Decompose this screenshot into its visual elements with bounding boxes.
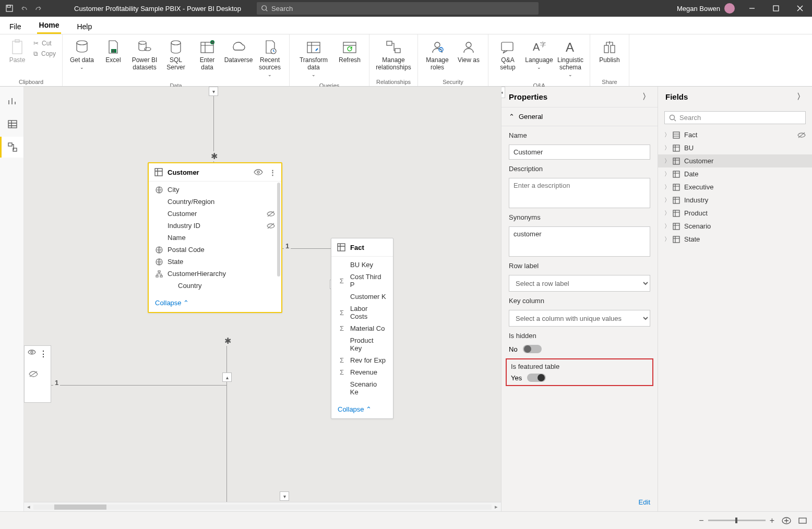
dataverse-button[interactable]: Dataverse xyxy=(223,37,254,66)
more-icon[interactable]: ⋮ xyxy=(39,349,47,359)
zoom-out-icon[interactable]: − xyxy=(699,516,703,525)
row-label-select[interactable]: Select a row label xyxy=(509,275,650,292)
field-name: Industry ID xyxy=(168,222,200,230)
visibility-icon[interactable] xyxy=(28,349,36,359)
menu-file[interactable]: File xyxy=(7,19,23,34)
field-row[interactable]: BU Key xyxy=(331,259,393,271)
more-icon[interactable]: ⋮ xyxy=(269,169,276,176)
linguistic-schema-button[interactable]: ALinguistic schema⌄ xyxy=(555,37,586,79)
synonyms-input[interactable] xyxy=(509,226,650,257)
fields-table-name: Customer xyxy=(684,157,713,165)
field-row[interactable]: Product Key xyxy=(331,334,393,354)
field-row[interactable]: ΣMaterial Co xyxy=(331,322,393,334)
field-row[interactable]: CustomerHierarchy xyxy=(149,268,281,280)
manage-roles-button[interactable]: Manage roles xyxy=(422,37,452,73)
menu-home[interactable]: Home xyxy=(37,18,62,34)
excel-icon: X xyxy=(105,39,122,55)
fit-to-page-icon[interactable] xyxy=(782,517,791,524)
field-row[interactable]: Name xyxy=(149,232,281,244)
sigma-icon: Σ xyxy=(338,277,346,285)
data-view-button[interactable] xyxy=(0,114,23,135)
field-row[interactable]: ΣLabor Costs xyxy=(331,303,393,322)
chevron-up-icon: ⌃ xyxy=(509,113,515,121)
field-row[interactable]: Country xyxy=(149,280,281,292)
svg-text:A: A xyxy=(566,40,574,54)
fields-table-row[interactable]: 〉Date xyxy=(658,167,812,181)
paste-button[interactable]: Paste xyxy=(4,37,30,66)
svg-rect-43 xyxy=(673,132,679,138)
general-section-header[interactable]: ⌃General xyxy=(501,107,658,126)
key-column-select[interactable]: Select a column with unique values xyxy=(509,310,650,327)
field-row[interactable]: Country/Region xyxy=(149,196,281,208)
fields-table-row[interactable]: 〉Scenario xyxy=(658,220,812,233)
zoom-in-icon[interactable]: + xyxy=(770,516,774,525)
user-account[interactable]: Megan Bowen xyxy=(672,3,740,14)
edit-link[interactable]: Edit xyxy=(501,495,658,511)
field-row[interactable]: Customer xyxy=(149,208,281,220)
field-row[interactable]: City xyxy=(149,184,281,196)
fields-table-row[interactable]: 〉State xyxy=(658,233,812,246)
language-icon: A字 xyxy=(531,39,547,55)
fields-table-row[interactable]: 〉Product xyxy=(658,207,812,220)
view-as-button[interactable]: View as xyxy=(453,37,484,66)
menu-help[interactable]: Help xyxy=(75,19,94,34)
get-data-button[interactable]: Get data⌄ xyxy=(67,37,97,72)
fields-table-row[interactable]: 〉BU xyxy=(658,141,812,154)
field-row[interactable]: ΣRev for Exp xyxy=(331,354,393,366)
field-row[interactable]: Postal Code xyxy=(149,244,281,256)
excel-button[interactable]: XExcel xyxy=(98,37,128,66)
report-view-button[interactable] xyxy=(0,91,23,112)
pane-resize-handle[interactable]: ◂ xyxy=(501,87,505,98)
cut-button[interactable]: ✂Cut xyxy=(31,39,58,48)
fields-search-box[interactable]: Search xyxy=(664,111,806,124)
table-partial[interactable]: ⋮ xyxy=(24,345,51,403)
minimize-button[interactable] xyxy=(740,0,764,17)
undo-icon[interactable] xyxy=(20,4,28,13)
copy-button[interactable]: ⧉Copy xyxy=(31,49,58,58)
description-input[interactable] xyxy=(509,178,650,208)
publish-button[interactable]: Publish xyxy=(594,37,625,66)
language-button[interactable]: A字Language⌄ xyxy=(524,37,554,72)
field-row[interactable]: Industry ID xyxy=(149,220,281,232)
field-row[interactable]: Customer K xyxy=(331,291,393,303)
fields-table-row[interactable]: 〉Customer xyxy=(658,154,812,167)
is-hidden-toggle[interactable] xyxy=(523,345,542,353)
table-customer[interactable]: Customer ⋮ CityCountry/RegionCustomerInd… xyxy=(148,162,282,313)
model-view-button[interactable] xyxy=(0,137,23,158)
field-row[interactable]: State xyxy=(149,256,281,268)
manage-relationships-button[interactable]: Manage relationships xyxy=(374,37,413,73)
name-input[interactable] xyxy=(509,145,650,160)
field-name: Country/Region xyxy=(168,198,214,206)
horizontal-scrollbar[interactable]: ◂▸ xyxy=(24,502,501,511)
transform-data-button[interactable]: Transform data⌄ xyxy=(294,37,333,79)
collapse-link[interactable]: Collapse ⌃ xyxy=(149,294,281,312)
table-fact[interactable]: Fact BU KeyΣCost Third PCustomer KΣLabor… xyxy=(331,238,393,419)
field-row[interactable]: Scenario Ke xyxy=(331,378,393,398)
scrollbar[interactable] xyxy=(277,183,280,276)
sql-server-button[interactable]: SQL Server xyxy=(161,37,191,73)
collapse-pane-icon[interactable]: 〉 xyxy=(642,92,650,102)
fields-table-row[interactable]: 〉Executive xyxy=(658,181,812,194)
title-search-box[interactable]: Search xyxy=(257,2,539,15)
field-name: Material Co xyxy=(350,324,385,332)
redo-icon[interactable] xyxy=(34,4,43,13)
field-row[interactable]: ΣCost Third P xyxy=(331,271,393,291)
qa-setup-button[interactable]: Q&A setup xyxy=(493,37,523,73)
refresh-button[interactable]: Refresh xyxy=(335,37,365,66)
recent-sources-button[interactable]: Recent sources⌄ xyxy=(255,37,285,79)
fullscreen-icon[interactable] xyxy=(798,518,807,524)
fields-table-row[interactable]: 〉Industry xyxy=(658,194,812,207)
collapse-link[interactable]: Collapse ⌃ xyxy=(331,400,393,418)
model-canvas[interactable]: ▾ ✱ Customer ⋮ CityCountry/RegionCustome… xyxy=(24,87,501,511)
maximize-button[interactable] xyxy=(764,0,788,17)
fields-table-row[interactable]: 〉Fact xyxy=(658,128,812,141)
visibility-icon[interactable] xyxy=(254,169,263,176)
is-featured-toggle[interactable] xyxy=(527,374,546,382)
zoom-control[interactable]: − + xyxy=(699,516,774,525)
collapse-pane-icon[interactable]: 〉 xyxy=(797,92,805,102)
close-button[interactable] xyxy=(788,0,812,17)
save-icon[interactable] xyxy=(5,4,14,13)
pbi-datasets-button[interactable]: Power BI datasets xyxy=(129,37,160,73)
field-row[interactable]: ΣRevenue xyxy=(331,366,393,378)
enter-data-button[interactable]: +Enter data xyxy=(192,37,222,73)
